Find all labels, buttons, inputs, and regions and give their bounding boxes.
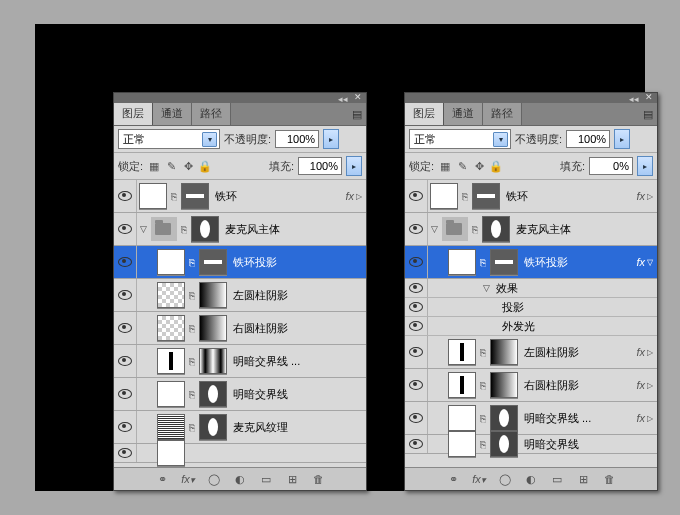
tab-channels[interactable]: 通道 <box>444 103 483 125</box>
visibility-toggle[interactable] <box>405 402 428 434</box>
layer-mask-thumb[interactable] <box>490 339 518 365</box>
layer-row[interactable]: ⎘明暗交界线 ... <box>114 345 366 378</box>
fill-slider-icon[interactable]: ▸ <box>637 156 653 176</box>
visibility-toggle[interactable] <box>405 369 428 401</box>
visibility-toggle[interactable] <box>114 345 137 377</box>
layer-row[interactable]: ⎘左圆柱阴影 <box>114 279 366 312</box>
layer-row[interactable]: ⎘铁环fx▷ <box>114 180 366 213</box>
fx-badge[interactable]: fx▷ <box>636 412 653 424</box>
new-layer-icon[interactable]: ⊞ <box>285 472 299 486</box>
lock-all-icon[interactable]: 🔒 <box>489 159 503 173</box>
trash-icon[interactable]: 🗑 <box>311 472 325 486</box>
layer-row[interactable]: ⎘右圆柱阴影fx▷ <box>405 369 657 402</box>
layers-list[interactable]: ⎘铁环fx▷▽⎘麦克风主体⎘铁环投影⎘左圆柱阴影⎘右圆柱阴影⎘明暗交界线 ...… <box>114 180 366 482</box>
fx-badge[interactable]: fx▷ <box>636 346 653 358</box>
opacity-slider-icon[interactable]: ▸ <box>323 129 339 149</box>
layer-name[interactable]: 麦克风主体 <box>225 222 280 237</box>
disclose-icon[interactable]: ▽ <box>137 224 149 234</box>
layer-name[interactable]: 明暗交界线 ... <box>524 411 591 426</box>
link-layers-icon[interactable]: ⚭ <box>446 472 460 486</box>
add-mask-icon[interactable]: ◯ <box>498 472 512 486</box>
opacity-input[interactable]: 100% <box>566 130 610 148</box>
layer-name[interactable]: 明暗交界线 <box>233 387 288 402</box>
layer-row[interactable]: ⎘麦克风纹理 <box>114 411 366 444</box>
new-group-icon[interactable]: ▭ <box>259 472 273 486</box>
visibility-toggle[interactable] <box>114 444 137 462</box>
layer-row[interactable] <box>114 444 366 463</box>
layer-thumb[interactable] <box>448 405 476 431</box>
layers-list[interactable]: ⎘铁环fx▷▽⎘麦克风主体⎘铁环投影fx▽▽效果投影外发光⎘左圆柱阴影fx▷⎘右… <box>405 180 657 482</box>
layer-thumb[interactable] <box>448 339 476 365</box>
tab-paths[interactable]: 路径 <box>192 103 231 125</box>
blend-mode-select[interactable]: 正常▾ <box>118 129 220 149</box>
lock-pixels-icon[interactable]: ✎ <box>455 159 469 173</box>
layer-mask-thumb[interactable] <box>490 431 518 457</box>
fx-badge[interactable]: fx▷ <box>345 190 362 202</box>
visibility-toggle[interactable] <box>114 411 137 443</box>
layer-mask-thumb[interactable] <box>482 216 510 242</box>
layer-thumb[interactable] <box>157 414 185 440</box>
layer-thumb[interactable] <box>157 315 185 341</box>
layer-row[interactable]: ⎘铁环fx▷ <box>405 180 657 213</box>
tab-channels[interactable]: 通道 <box>153 103 192 125</box>
effect-outer[interactable]: 外发光 <box>405 317 657 336</box>
lock-pixels-icon[interactable]: ✎ <box>164 159 178 173</box>
layer-row[interactable]: ⎘铁环投影fx▽ <box>405 246 657 279</box>
visibility-toggle[interactable] <box>405 246 428 278</box>
lock-position-icon[interactable]: ✥ <box>181 159 195 173</box>
layer-row[interactable]: ⎘铁环投影 <box>114 246 366 279</box>
blend-mode-select[interactable]: 正常▾ <box>409 129 511 149</box>
panel-menu-icon[interactable]: ▤ <box>639 103 657 125</box>
layer-thumb[interactable] <box>157 381 185 407</box>
fx-badge[interactable]: fx▽ <box>636 256 653 268</box>
layer-mask-thumb[interactable] <box>490 372 518 398</box>
layer-thumb[interactable] <box>139 183 167 209</box>
lock-transparency-icon[interactable]: ▦ <box>438 159 452 173</box>
layer-mask-thumb[interactable] <box>199 315 227 341</box>
visibility-toggle[interactable] <box>114 180 137 212</box>
visibility-toggle[interactable] <box>114 279 137 311</box>
tab-paths[interactable]: 路径 <box>483 103 522 125</box>
tab-layers[interactable]: 图层 <box>114 103 153 125</box>
lock-position-icon[interactable]: ✥ <box>472 159 486 173</box>
visibility-toggle[interactable] <box>405 336 428 368</box>
effects-header[interactable]: ▽效果 <box>405 279 657 298</box>
layer-mask-thumb[interactable] <box>191 216 219 242</box>
layer-mask-thumb[interactable] <box>199 249 227 275</box>
fx-badge[interactable]: fx▷ <box>636 379 653 391</box>
visibility-toggle[interactable] <box>405 213 428 245</box>
layer-thumb[interactable] <box>157 249 185 275</box>
link-layers-icon[interactable]: ⚭ <box>155 472 169 486</box>
fx-badge[interactable]: fx▷ <box>636 190 653 202</box>
close-icon[interactable]: ✕ <box>644 93 654 101</box>
layer-row[interactable]: ⎘明暗交界线 <box>405 435 657 454</box>
layer-thumb[interactable] <box>157 282 185 308</box>
layer-name[interactable]: 铁环投影 <box>524 255 568 270</box>
layer-thumb[interactable] <box>157 348 185 374</box>
layer-name[interactable]: 左圆柱阴影 <box>233 288 288 303</box>
panel-menu-icon[interactable]: ▤ <box>348 103 366 125</box>
effect-drop[interactable]: 投影 <box>405 298 657 317</box>
layer-name[interactable]: 右圆柱阴影 <box>233 321 288 336</box>
layer-name[interactable]: 铁环 <box>506 189 528 204</box>
layer-name[interactable]: 铁环 <box>215 189 237 204</box>
opacity-input[interactable]: 100% <box>275 130 319 148</box>
layer-row[interactable]: ⎘右圆柱阴影 <box>114 312 366 345</box>
adjustment-layer-icon[interactable]: ◐ <box>233 472 247 486</box>
layer-name[interactable]: 铁环投影 <box>233 255 277 270</box>
layer-thumb[interactable] <box>157 440 185 466</box>
layer-mask-thumb[interactable] <box>199 348 227 374</box>
layer-row[interactable]: ⎘左圆柱阴影fx▷ <box>405 336 657 369</box>
layer-thumb[interactable] <box>430 183 458 209</box>
adjustment-layer-icon[interactable]: ◐ <box>524 472 538 486</box>
collapse-icon[interactable]: ◂◂ <box>338 94 348 104</box>
layer-mask-thumb[interactable] <box>199 414 227 440</box>
opacity-slider-icon[interactable]: ▸ <box>614 129 630 149</box>
layer-row[interactable]: ⎘明暗交界线 ...fx▷ <box>405 402 657 435</box>
layer-name[interactable]: 右圆柱阴影 <box>524 378 579 393</box>
visibility-toggle[interactable] <box>114 213 137 245</box>
layer-mask-thumb[interactable] <box>199 381 227 407</box>
layer-name[interactable]: 麦克风纹理 <box>233 420 288 435</box>
layer-mask-thumb[interactable] <box>181 183 209 209</box>
tab-layers[interactable]: 图层 <box>405 103 444 125</box>
